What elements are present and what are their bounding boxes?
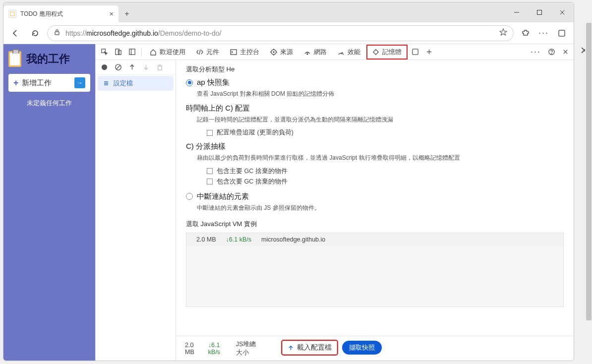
footer-heap-label: JS堆總大小 (236, 340, 262, 357)
footer-rate: ↓6.1 kB/s (208, 342, 228, 356)
devtools-close-icon[interactable] (559, 46, 572, 59)
add-task-go-button[interactable]: → (74, 77, 85, 88)
option-heap-snapshot[interactable]: ap 快照集 查看 JavaScript 對象和相關 DOM 節點的記憶體分佈 (186, 78, 564, 99)
record-icon[interactable] (100, 63, 109, 72)
device-icon[interactable] (112, 46, 124, 59)
checkbox-stack-trace[interactable]: 配置堆疊追蹤 (更重的負荷) (207, 128, 564, 137)
scrollbar-thumb[interactable] (586, 23, 592, 320)
favicon-icon (8, 10, 16, 18)
svg-rect-41 (158, 66, 162, 70)
trash-icon[interactable] (155, 63, 164, 72)
clipboard-icon (8, 51, 21, 67)
help-icon[interactable] (545, 46, 558, 59)
checkbox-major-gc[interactable]: 包含主要 GC 捨棄的物件 (207, 167, 564, 176)
down-icon[interactable] (141, 63, 150, 72)
tab-welcome[interactable]: 歡迎使用 (145, 44, 190, 60)
minimize-button[interactable] (505, 2, 528, 22)
tab-performance[interactable]: 效能 (333, 44, 365, 60)
checkbox-icon[interactable] (207, 179, 213, 184)
tab-memory[interactable]: 記憶體 (366, 45, 408, 60)
profile-toolbar (96, 60, 176, 75)
dock-icon[interactable] (125, 46, 138, 59)
new-tab-button[interactable]: + (118, 5, 135, 22)
tab-console[interactable]: 主控台 (225, 44, 264, 60)
window-close-button[interactable] (551, 2, 574, 22)
svg-line-13 (199, 50, 200, 55)
browser-window: TODO 應用程式 × + https://microsoftedge.gith… (3, 2, 574, 361)
svg-rect-9 (115, 49, 119, 55)
extensions-icon[interactable] (518, 25, 533, 41)
vm-row[interactable]: 2.0 MB ↓6.1 kB/s microsoftedge.github.io (186, 233, 563, 246)
memory-panel: 設定檔 選取分析類型 He ap 快照集 查看 JavaScript 對象和相關… (96, 60, 574, 361)
option-detached[interactable]: 中斷連結的元素 中斷連結的元素會顯示由 JS 參照保留的物件。 (186, 192, 564, 213)
tab-title: TODO 應用程式 (20, 10, 63, 18)
take-snapshot-button[interactable]: 擷取快照 (342, 341, 382, 355)
tab-sources[interactable]: 來源 (265, 44, 298, 60)
tab-close-icon[interactable]: × (110, 10, 114, 18)
profiles-sidebar: 設定檔 (96, 60, 176, 361)
footer-size: 2.0 MB (185, 342, 200, 356)
devtools-tabstrip: 歡迎使用 元件 主控台 來源 網路 效能 記憶體 ··· (96, 44, 574, 60)
checkbox-icon[interactable] (207, 130, 213, 136)
svg-rect-28 (412, 49, 417, 55)
add-task-label: 新增工作 (22, 78, 52, 88)
svg-rect-2 (537, 10, 542, 15)
load-profile-button[interactable]: 載入配置檔 (282, 341, 337, 355)
option-timeline-label: 時間軸上的 C) 配置 (186, 104, 564, 113)
checkbox-minor-gc[interactable]: 包含次要 GC 捨棄的物件 (207, 178, 564, 186)
app-title: 我的工作 (8, 51, 90, 67)
memory-right-column: 選取分析類型 He ap 快照集 查看 JavaScript 對象和相關 DOM… (176, 60, 574, 361)
url-text: https://microsoftedge.github.io/Demos/de… (65, 29, 221, 37)
url-box[interactable]: https://microsoftedge.github.io/Demos/de… (47, 25, 514, 41)
content-area: 我的工作 + 新增工作 → 未定義任何工作 歡迎使用 元件 主控台 來源 網路 … (3, 44, 574, 361)
radio-icon[interactable] (186, 79, 193, 86)
svg-point-21 (307, 54, 308, 55)
select-type-label: 選取分析類型 He (186, 65, 564, 74)
titlebar: TODO 應用程式 × + (3, 2, 574, 22)
lock-icon (54, 29, 60, 37)
clear-icon[interactable] (114, 63, 122, 72)
plus-icon: + (13, 78, 19, 88)
profile-item[interactable]: 設定檔 (98, 76, 174, 91)
option-sampling-label: C) 分派抽樣 (186, 142, 564, 151)
svg-rect-0 (10, 12, 14, 16)
svg-rect-7 (559, 30, 565, 36)
add-tab-icon[interactable] (422, 46, 435, 59)
app-tab-icon[interactable] (409, 46, 421, 59)
svg-point-16 (273, 52, 274, 53)
browser-tab[interactable]: TODO 應用程式 × (3, 5, 118, 22)
svg-point-35 (101, 64, 107, 70)
memory-options: 選取分析類型 He ap 快照集 查看 JavaScript 對象和相關 DOM… (176, 60, 574, 336)
maximize-button[interactable] (528, 2, 551, 22)
empty-tasks-text: 未定義任何工作 (8, 99, 90, 108)
todo-app-sidebar: 我的工作 + 新增工作 → 未定義任何工作 (3, 44, 95, 361)
svg-line-38 (116, 65, 120, 69)
devtools-panel: 歡迎使用 元件 主控台 來源 網路 效能 記憶體 ··· (95, 44, 574, 361)
refresh-button[interactable] (27, 25, 43, 41)
tab-network[interactable]: 網路 (299, 44, 332, 60)
favorite-icon[interactable] (499, 28, 507, 38)
svg-rect-11 (129, 49, 134, 55)
radio-icon[interactable] (186, 193, 193, 200)
svg-rect-14 (231, 50, 237, 55)
svg-rect-10 (118, 51, 121, 55)
address-bar: https://microsoftedge.github.io/Demos/de… (3, 22, 574, 44)
vm-title: 選取 JavaScript VM 實例 (186, 220, 564, 229)
svg-rect-5 (55, 32, 59, 35)
svg-marker-6 (500, 29, 507, 35)
devtools-menu-icon[interactable]: ··· (528, 47, 544, 57)
svg-point-23 (374, 50, 378, 54)
inspect-icon[interactable] (98, 46, 111, 59)
outer-scrollbar[interactable] (585, 0, 592, 364)
vm-table: 2.0 MB ↓6.1 kB/s microsoftedge.github.io (186, 233, 564, 307)
profile-icon[interactable] (554, 25, 570, 41)
add-task-input[interactable]: + 新增工作 → (8, 74, 90, 92)
tab-elements[interactable]: 元件 (191, 44, 224, 60)
checkbox-icon[interactable] (207, 168, 213, 174)
svg-point-32 (551, 54, 552, 54)
back-button[interactable] (7, 25, 23, 41)
browser-menu-icon[interactable]: ··· (535, 28, 552, 38)
up-icon[interactable] (127, 63, 136, 72)
